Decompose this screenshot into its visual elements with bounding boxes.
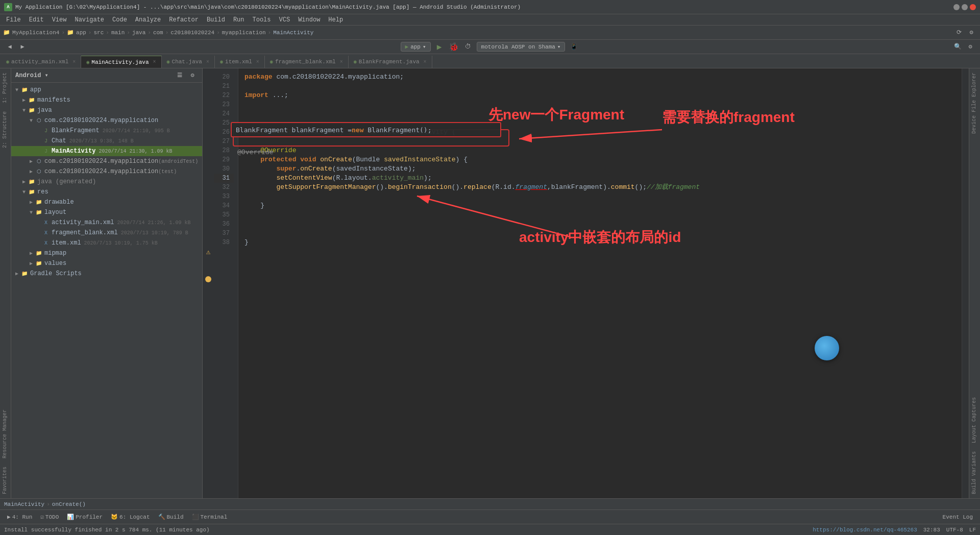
tree-item-res[interactable]: ▼ 📁 res xyxy=(11,187,202,197)
bc-main[interactable]: main xyxy=(111,30,125,36)
todo-button[interactable]: ☑ TODO xyxy=(37,513,62,521)
menu-run[interactable]: Run xyxy=(229,15,249,25)
tab-blankfrag-close[interactable]: × xyxy=(424,59,427,65)
bc-mainact[interactable]: MainActivity xyxy=(273,30,313,36)
menu-edit[interactable]: Edit xyxy=(25,15,48,25)
floating-circle[interactable] xyxy=(815,336,839,360)
tree-item-activity-main-xml[interactable]: ▶ X activity_main.xml 2020/7/14 21:26, 1… xyxy=(11,217,202,228)
favorites-label[interactable]: Favorites xyxy=(0,463,11,498)
device-label: motorola AOSP on Shama xyxy=(481,44,555,50)
menu-navigate[interactable]: Navigate xyxy=(70,15,108,25)
run-button[interactable]: ▶ xyxy=(434,41,445,53)
bc-com[interactable]: com xyxy=(153,30,163,36)
debug-button[interactable]: 🐞 xyxy=(448,41,459,53)
bc-app2[interactable]: app xyxy=(76,30,86,36)
panel-settings-button[interactable]: ⚙ xyxy=(187,70,198,81)
code-content[interactable]: package com.c201801020224.myapplication;… xyxy=(238,68,962,498)
tab-frag-close[interactable]: × xyxy=(340,59,343,65)
bc-myapp[interactable]: myapplication xyxy=(222,30,266,36)
menu-file[interactable]: File xyxy=(2,15,25,25)
code-editor[interactable]: ⚠ 20 21 22 23 24 25 26 27 28 29 30 31 xyxy=(203,68,962,498)
menu-view[interactable]: View xyxy=(48,15,71,25)
tab-chat-close[interactable]: × xyxy=(206,59,209,65)
terminal-button[interactable]: ⬛ Terminal xyxy=(189,513,231,521)
menu-tools[interactable]: Tools xyxy=(249,15,275,25)
tab-activity-main[interactable]: ◉ activity_main.xml × xyxy=(1,56,81,68)
gutter-line-28[interactable]: ⚠ xyxy=(204,247,212,256)
project-panel: Android ▾ ☰ ⚙ ▼ 📁 app ▶ 📁 xyxy=(11,68,203,498)
menu-build[interactable]: Build xyxy=(203,15,229,25)
bc-class-label[interactable]: MainActivity xyxy=(4,501,44,507)
tree-item-drawable[interactable]: ▶ 📁 drawable xyxy=(11,197,202,207)
tab-fragment-blank[interactable]: ◉ fragment_blank.xml × xyxy=(265,56,349,68)
xml-icon-fragblank: X xyxy=(42,229,50,236)
tree-meta-actmain: 2020/7/14 21:26, 1.09 kB xyxy=(117,220,190,226)
tree-item-app[interactable]: ▼ 📁 app xyxy=(11,85,202,95)
bc-app[interactable]: MyApplication4 xyxy=(12,30,59,36)
logcat-button[interactable]: 🐱 6: Logcat xyxy=(108,513,153,521)
tab-close-icon[interactable]: × xyxy=(72,59,76,65)
tree-item-values[interactable]: ▶ 📁 values xyxy=(11,258,202,269)
build-variants-label[interactable]: Build Variants xyxy=(969,447,980,498)
tab-close-active-icon[interactable]: × xyxy=(153,59,156,65)
profiler-button[interactable]: 📊 Profiler xyxy=(64,513,106,521)
tree-item-package-main[interactable]: ▼ ⬡ com.c201801020224.myapplication xyxy=(11,115,202,126)
event-log-button[interactable]: Event Log xyxy=(940,513,976,521)
maximize-button[interactable] xyxy=(962,4,968,10)
menu-vcs[interactable]: VCS xyxy=(275,15,295,25)
menu-window[interactable]: Window xyxy=(294,15,324,25)
profile-button[interactable]: ⏱ xyxy=(462,41,474,53)
right-gutter-scrollbar[interactable] xyxy=(962,68,969,498)
device-config-dropdown[interactable]: motorola AOSP on Shama ▾ xyxy=(477,42,566,52)
tree-item-test[interactable]: ▶ ⬡ com.c201801020224.myapplication (tes… xyxy=(11,166,202,177)
menu-analyze[interactable]: Analyze xyxy=(131,15,165,25)
bc-package[interactable]: c201801020224 xyxy=(170,30,214,36)
tree-item-manifests[interactable]: ▶ 📁 manifests xyxy=(11,95,202,105)
tree-item-layout[interactable]: ▼ 📁 layout xyxy=(11,207,202,217)
run-prev-button[interactable]: ◀ xyxy=(4,41,15,53)
tab-item[interactable]: ◉ item.xml × xyxy=(215,56,265,68)
bc-src[interactable]: src xyxy=(93,30,104,36)
project-panel-label[interactable]: 1: Project xyxy=(0,68,11,107)
tree-item-java-generated[interactable]: ▶ 📁 java (generated) xyxy=(11,177,202,187)
resource-manager-label[interactable]: Resource Manager xyxy=(0,405,11,463)
menu-refactor[interactable]: Refactor xyxy=(165,15,203,25)
tree-item-androidtest[interactable]: ▶ ⬡ com.c201801020224.myapplication (and… xyxy=(11,156,202,166)
tree-item-item-xml[interactable]: ▶ X item.xml 2020/7/13 10:19, 1.75 kB xyxy=(11,238,202,248)
sync-button[interactable]: ⟳ xyxy=(953,27,965,38)
collapse-all-button[interactable]: ☰ xyxy=(174,70,185,81)
tab-mainactivity[interactable]: ◉ MainActivity.java × xyxy=(81,56,161,68)
bc-java[interactable]: java xyxy=(132,30,145,36)
run-next-button[interactable]: ▶ xyxy=(17,41,28,53)
folder-icon-mipmap: 📁 xyxy=(35,250,43,257)
build-button[interactable]: 🔨 Build xyxy=(155,513,187,521)
tree-item-mipmap[interactable]: ▶ 📁 mipmap xyxy=(11,248,202,258)
close-button[interactable] xyxy=(970,4,976,10)
menu-code[interactable]: Code xyxy=(108,15,131,25)
minimize-button[interactable] xyxy=(953,4,960,10)
tree-item-chat[interactable]: ▶ J Chat 2020/7/13 9:38, 148 B xyxy=(11,136,202,146)
layout-captures-label[interactable]: Layout Captures xyxy=(969,393,980,447)
ln-22: 22 xyxy=(214,91,234,100)
device-file-explorer-label[interactable]: Device File Explorer xyxy=(969,68,980,138)
tree-arrow-layout: ▼ xyxy=(28,210,35,215)
structure-panel-label[interactable]: 2: Structure xyxy=(0,107,11,152)
tree-item-fragment-blank-xml[interactable]: ▶ X fragment_blank.xml 2020/7/13 10:19, … xyxy=(11,228,202,238)
tree-item-gradle[interactable]: ▶ 📁 Gradle Scripts xyxy=(11,269,202,279)
menu-help[interactable]: Help xyxy=(324,15,347,25)
bc-method-label[interactable]: onCreate() xyxy=(52,501,86,507)
run-panel-button[interactable]: ▶ 4: Run xyxy=(4,513,35,521)
tree-item-blankfragment[interactable]: ▶ J BlankFragment 2020/7/14 21:10, 995 B xyxy=(11,126,202,136)
tab-chat[interactable]: ◉ Chat.java × xyxy=(162,56,215,68)
gutter-line-31[interactable] xyxy=(204,275,212,284)
tree-item-mainactivity[interactable]: ▶ J MainActivity 2020/7/14 21:30, 1.09 k… xyxy=(11,146,202,156)
settings-button[interactable]: ⚙ xyxy=(966,27,977,38)
avd-button[interactable]: 📱 xyxy=(568,41,579,53)
search-button[interactable]: 🔍 xyxy=(952,41,963,53)
run-config-dropdown[interactable]: ▶ app ▾ xyxy=(401,42,431,52)
tree-item-java[interactable]: ▼ 📁 java xyxy=(11,105,202,115)
settings2-button[interactable]: ⚙ xyxy=(965,41,976,53)
tab-blankfragment[interactable]: ◉ BlankFragment.java × xyxy=(349,56,432,68)
line-col: 32:83 xyxy=(923,527,940,533)
tab-item-close[interactable]: × xyxy=(256,59,259,65)
